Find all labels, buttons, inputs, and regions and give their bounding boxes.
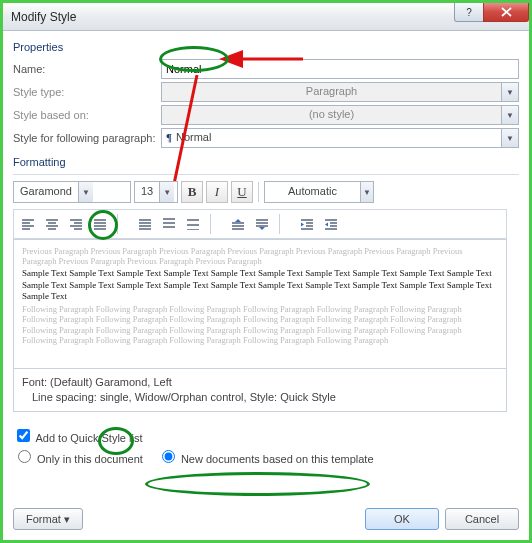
- window-title: Modify Style: [11, 10, 455, 24]
- ok-button[interactable]: OK: [365, 508, 439, 530]
- new-documents-radio[interactable]: New documents based on this template: [157, 447, 374, 465]
- add-quick-style-checkbox[interactable]: Add to Quick Style list: [13, 426, 142, 445]
- align-left-button[interactable]: [17, 213, 39, 235]
- title-bar: Modify Style ?: [3, 3, 529, 31]
- line-spacing-15-button[interactable]: [158, 213, 180, 235]
- style-type-combo: Paragraph: [161, 82, 519, 102]
- decrease-indent-button[interactable]: [296, 213, 318, 235]
- style-summary: Font: (Default) Garamond, Left Line spac…: [13, 369, 507, 412]
- paragraph-toolbar: [13, 209, 507, 239]
- font-name-combo[interactable]: Garamond: [13, 181, 131, 203]
- name-label: Name:: [13, 63, 161, 75]
- font-color-combo[interactable]: Automatic: [264, 181, 374, 203]
- italic-button[interactable]: I: [206, 181, 228, 203]
- align-justify-button[interactable]: [89, 213, 111, 235]
- space-before-inc-button[interactable]: [227, 213, 249, 235]
- pilcrow-icon: ¶: [166, 131, 172, 143]
- style-based-on-combo: (no style): [161, 105, 519, 125]
- format-button[interactable]: Format ▾: [13, 508, 83, 530]
- line-spacing-1-button[interactable]: [134, 213, 156, 235]
- chevron-down-icon: [501, 83, 518, 101]
- chevron-down-icon: [501, 106, 518, 124]
- only-in-document-radio[interactable]: Only in this document: [13, 447, 143, 465]
- align-center-button[interactable]: [41, 213, 63, 235]
- chevron-down-icon[interactable]: [78, 182, 93, 202]
- increase-indent-button[interactable]: [320, 213, 342, 235]
- properties-heading: Properties: [13, 41, 519, 53]
- cancel-button[interactable]: Cancel: [445, 508, 519, 530]
- space-before-dec-button[interactable]: [251, 213, 273, 235]
- style-following-label: Style for following paragraph:: [13, 132, 161, 144]
- formatting-heading: Formatting: [13, 156, 519, 168]
- line-spacing-2-button[interactable]: [182, 213, 204, 235]
- preview-pane: Previous Paragraph Previous Paragraph Pr…: [13, 239, 507, 369]
- annotation-circle: [145, 472, 370, 496]
- style-based-on-label: Style based on:: [13, 109, 161, 121]
- chevron-down-icon[interactable]: [159, 182, 174, 202]
- help-button[interactable]: ?: [454, 3, 484, 22]
- style-type-label: Style type:: [13, 86, 161, 98]
- style-following-combo[interactable]: ¶Normal: [161, 128, 519, 148]
- align-right-button[interactable]: [65, 213, 87, 235]
- chevron-down-icon[interactable]: [360, 182, 373, 202]
- modify-style-dialog: Modify Style ? Properties Name: Style ty…: [0, 0, 532, 543]
- name-field[interactable]: [161, 59, 519, 79]
- bold-button[interactable]: B: [181, 181, 203, 203]
- close-button[interactable]: [483, 3, 529, 22]
- chevron-down-icon[interactable]: [501, 129, 518, 147]
- underline-button[interactable]: U: [231, 181, 253, 203]
- font-size-combo[interactable]: 13: [134, 181, 178, 203]
